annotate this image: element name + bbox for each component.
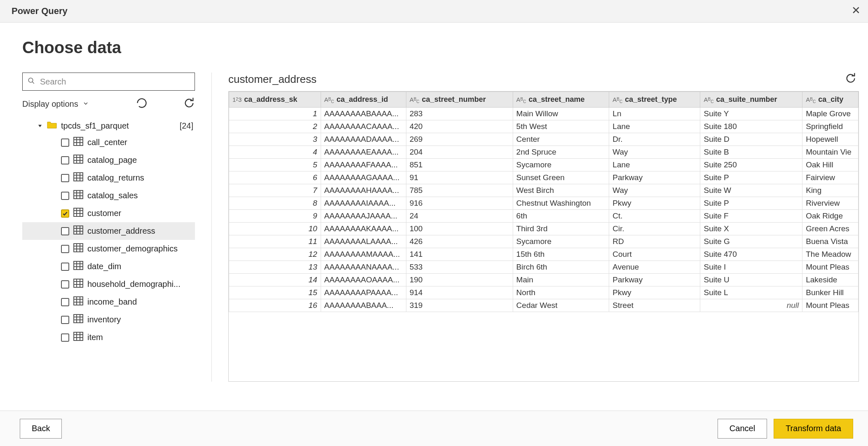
refresh-navigator-icon[interactable]: [183, 97, 195, 111]
type-text-icon: ABC: [516, 96, 526, 103]
table-row[interactable]: 16AAAAAAAABAAA...319Cedar WestStreetnull…: [229, 299, 859, 312]
checkbox[interactable]: [61, 316, 69, 324]
table-cell: North: [513, 286, 609, 299]
table-cell: 100: [406, 223, 513, 235]
checkbox[interactable]: [61, 333, 69, 342]
table-cell: 14: [229, 274, 321, 286]
search-input-wrapper[interactable]: [22, 73, 195, 91]
column-header[interactable]: 123 ca_address_sk: [229, 92, 321, 108]
tree-item[interactable]: date_dim: [22, 258, 195, 275]
column-name: ca_street_name: [529, 95, 585, 104]
table-cell: Mount Pleas: [802, 261, 859, 274]
table-icon: [73, 172, 83, 183]
display-options-label: Display options: [22, 99, 78, 109]
table-row[interactable]: 13AAAAAAAANAAAA...533Birch 6thAvenueSuit…: [229, 261, 859, 274]
close-icon[interactable]: ✕: [852, 5, 861, 16]
table-cell: 1: [229, 108, 321, 120]
checkbox[interactable]: [61, 263, 69, 271]
table-row[interactable]: 11AAAAAAAALAAAA...426SycamoreRDSuite GBu…: [229, 235, 859, 248]
checkbox[interactable]: [61, 138, 69, 147]
table-cell: 426: [406, 235, 513, 248]
checkbox[interactable]: [61, 280, 69, 289]
svg-rect-38: [74, 261, 83, 270]
tree-item[interactable]: catalog_sales: [22, 187, 195, 204]
column-header[interactable]: ABC ca_street_name: [513, 92, 609, 108]
checkbox[interactable]: [61, 209, 69, 218]
table-cell: 319: [406, 299, 513, 312]
preview-table-viewport[interactable]: 123 ca_address_skABC ca_address_idABC ca…: [228, 91, 859, 382]
tree-item-label: catalog_sales: [87, 191, 138, 200]
table-row[interactable]: 3AAAAAAAADAAAA...269CenterDr.Suite DHope…: [229, 133, 859, 146]
table-row[interactable]: 15AAAAAAAAPAAAA...914NorthPkwySuite LBun…: [229, 286, 859, 299]
table-row[interactable]: 10AAAAAAAAKAAAA...100Third 3rdCir.Suite …: [229, 223, 859, 235]
search-input[interactable]: [39, 77, 190, 87]
table-row[interactable]: 4AAAAAAAAEAAAA...2042nd SpruceWaySuite B…: [229, 146, 859, 159]
tree-item[interactable]: catalog_returns: [22, 169, 195, 187]
table-cell: Springfield: [802, 120, 859, 133]
tree-item[interactable]: customer: [22, 204, 195, 222]
tree-item[interactable]: household_demographi...: [22, 275, 195, 293]
tree-item[interactable]: customer_address: [22, 222, 195, 240]
type-text-icon: ABC: [612, 96, 622, 103]
table-cell: 9: [229, 210, 321, 223]
table-cell: 785: [406, 184, 513, 197]
refresh-navigator-button[interactable]: [136, 97, 148, 111]
table-row[interactable]: 8AAAAAAAAIAAAA...916Chestnut WashingtonP…: [229, 197, 859, 210]
back-button[interactable]: Back: [20, 419, 62, 439]
checkbox[interactable]: [61, 192, 69, 200]
checkbox[interactable]: [61, 245, 69, 253]
tree-item[interactable]: income_band: [22, 293, 195, 311]
tree-item[interactable]: call_center: [22, 134, 195, 151]
table-cell: Suite Y: [700, 108, 802, 120]
table-cell: 13: [229, 261, 321, 274]
display-options-dropdown[interactable]: Display options: [22, 99, 89, 109]
table-cell: 6: [229, 171, 321, 184]
checkbox[interactable]: [61, 298, 69, 306]
tree-item-label: catalog_returns: [87, 173, 144, 183]
transform-data-button[interactable]: Transform data: [774, 419, 853, 439]
table-cell: 3: [229, 133, 321, 146]
column-header[interactable]: ABC ca_street_type: [609, 92, 700, 108]
table-cell: Oak Ridge: [802, 210, 859, 223]
refresh-preview-button[interactable]: [845, 73, 856, 86]
table-cell: Suite I: [700, 261, 802, 274]
svg-rect-43: [74, 279, 83, 287]
tree-item[interactable]: customer_demographics: [22, 240, 195, 258]
type-text-icon: ABC: [704, 96, 713, 103]
table-row[interactable]: 7AAAAAAAAHAAAA...785West BirchWaySuite W…: [229, 184, 859, 197]
table-cell: 269: [406, 133, 513, 146]
table-row[interactable]: 6AAAAAAAAGAAAA...91Sunset GreenParkwaySu…: [229, 171, 859, 184]
svg-rect-48: [74, 297, 83, 305]
table-cell: Cir.: [609, 223, 700, 235]
preview-table: 123 ca_address_skABC ca_address_idABC ca…: [229, 92, 859, 312]
tree-item[interactable]: inventory: [22, 311, 195, 329]
checkbox[interactable]: [61, 227, 69, 235]
table-cell: 16: [229, 299, 321, 312]
table-cell: Pkwy: [609, 197, 700, 210]
table-icon: [73, 208, 83, 219]
table-icon: [73, 314, 83, 325]
svg-rect-18: [74, 190, 83, 199]
tree-item[interactable]: item: [22, 329, 195, 346]
table-row[interactable]: 2AAAAAAAACAAAA...4205th WestLaneSuite 18…: [229, 120, 859, 133]
table-row[interactable]: 5AAAAAAAAFAAAA...851SycamoreLaneSuite 25…: [229, 159, 859, 171]
table-row[interactable]: 1AAAAAAAABAAAA...283Main WillowLnSuite Y…: [229, 108, 859, 120]
column-header[interactable]: ABC ca_address_id: [321, 92, 406, 108]
table-cell: AAAAAAAAKAAAA...: [321, 223, 406, 235]
tree-item[interactable]: catalog_page: [22, 151, 195, 169]
tree-item-label: customer: [87, 209, 121, 218]
table-row[interactable]: 9AAAAAAAAJAAAA...246thCt.Suite FOak Ridg…: [229, 210, 859, 223]
table-row[interactable]: 14AAAAAAAAOAAAA...190MainParkwaySuite UL…: [229, 274, 859, 286]
checkbox[interactable]: [61, 174, 69, 182]
checkbox[interactable]: [61, 156, 69, 164]
table-cell: 24: [406, 210, 513, 223]
column-header[interactable]: ABC ca_suite_number: [700, 92, 802, 108]
column-header[interactable]: ABC ca_city: [802, 92, 859, 108]
table-cell: Main: [513, 274, 609, 286]
type-text-icon: ABC: [324, 96, 334, 103]
table-row[interactable]: 12AAAAAAAAMAAAA...14115th 6thCourtSuite …: [229, 248, 859, 261]
chevron-down-icon: [82, 99, 89, 109]
tree-folder[interactable]: tpcds_sf1_parquet [24]: [22, 118, 195, 134]
column-header[interactable]: ABC ca_street_number: [406, 92, 513, 108]
cancel-button[interactable]: Cancel: [718, 419, 767, 439]
